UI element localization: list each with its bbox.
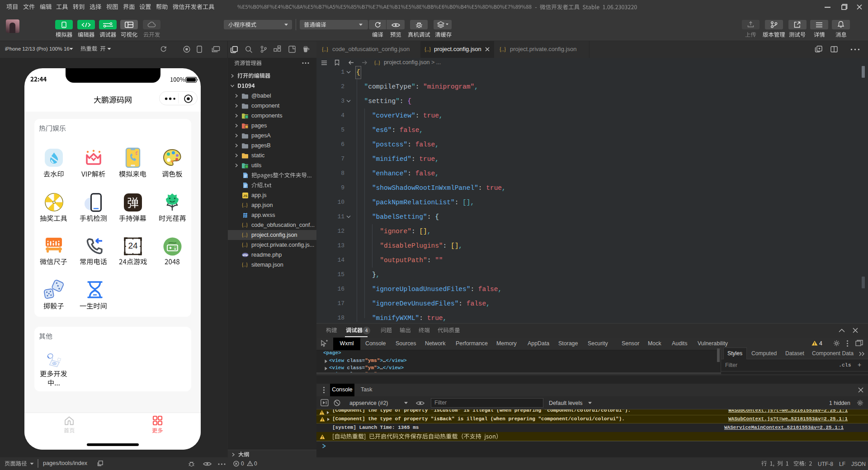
svg-text:JS: JS	[243, 194, 248, 198]
svg-text:php: php	[243, 254, 248, 256]
